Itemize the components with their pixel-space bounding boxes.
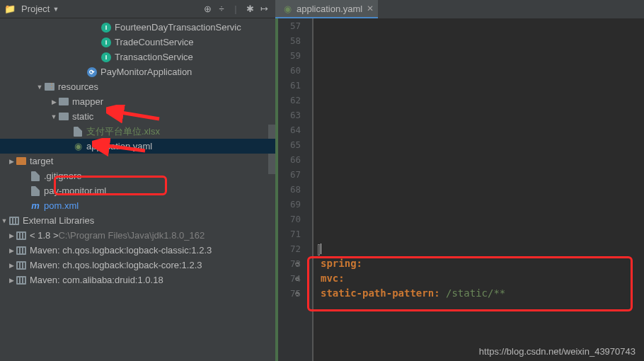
code-line[interactable]: mvc: xyxy=(321,271,644,286)
tree-item-label: TradeCountService xyxy=(115,37,194,47)
target-folder-icon xyxy=(16,156,27,167)
library-item[interactable]: ▶Maven: com.alibaba:druid:1.0.18 xyxy=(0,273,275,287)
library-icon xyxy=(16,245,27,256)
external-libraries[interactable]: ▼External Libraries xyxy=(0,213,275,228)
line-number[interactable]: 66 xyxy=(275,152,301,167)
code-line[interactable] xyxy=(321,63,644,78)
tree-item[interactable]: ▶.gitignore xyxy=(0,168,275,183)
line-number[interactable]: 64 xyxy=(275,122,301,137)
project-tree[interactable]: ▶IFourteenDayTransactionServic▶ITradeCou… xyxy=(0,18,275,361)
project-icon: 📁 xyxy=(4,4,16,15)
fold-handle-icon[interactable]: ⊖ xyxy=(295,286,299,301)
code-line[interactable] xyxy=(321,167,644,182)
code-line[interactable] xyxy=(321,93,644,108)
close-icon[interactable]: ✕ xyxy=(367,4,374,13)
tree-item-label: FourteenDayTransactionServic xyxy=(115,22,241,33)
tree-item[interactable]: ▶支付平台单位.xlsx xyxy=(0,124,275,139)
line-number[interactable]: 57 xyxy=(275,18,301,33)
tree-item[interactable]: ▼static xyxy=(0,109,275,124)
tree-item[interactable]: ▼resources xyxy=(0,79,275,94)
tree-item-label: pom.xml xyxy=(44,200,79,211)
tab-label: application.yaml xyxy=(297,4,362,14)
library-icon xyxy=(16,230,27,241)
code-line[interactable]: spring: xyxy=(321,256,644,271)
maven-icon: m xyxy=(30,200,41,212)
tab-application-yaml[interactable]: application.yaml ✕ xyxy=(275,0,378,18)
code-line[interactable] xyxy=(321,197,644,212)
code-line[interactable] xyxy=(321,108,644,122)
editor-tabbar: application.yaml ✕ xyxy=(275,0,644,18)
tree-item-label: Maven: com.alibaba:druid:1.0.18 xyxy=(30,275,163,285)
line-number[interactable]: 68 xyxy=(275,182,301,197)
line-number[interactable]: 75⊖ xyxy=(275,286,301,301)
code-line[interactable] xyxy=(321,137,644,152)
library-item[interactable]: ▶Maven: ch.qos.logback:logback-core:1.2.… xyxy=(0,258,275,273)
tree-item-label: 支付平台单位.xlsx xyxy=(86,125,160,138)
code-area[interactable]: spring: mvc: static-path-pattern: /stati… xyxy=(314,18,644,361)
caret-line-highlight xyxy=(318,244,320,256)
class-icon: ⟳ xyxy=(86,67,98,78)
line-number[interactable]: 69 xyxy=(275,197,301,212)
code-line[interactable] xyxy=(321,212,644,227)
line-number[interactable]: 70 xyxy=(275,212,301,227)
tree-item[interactable]: ▶target xyxy=(0,154,275,168)
line-number[interactable]: 73⊖ xyxy=(275,256,301,271)
line-number[interactable]: 62 xyxy=(275,93,301,108)
tree-item-label: External Libraries xyxy=(23,215,94,226)
tree-item[interactable]: ▶ITradeCountService xyxy=(0,35,275,50)
tree-item-label: static xyxy=(72,111,93,122)
line-number[interactable]: 60 xyxy=(275,63,301,78)
line-number[interactable]: 74⊖ xyxy=(275,271,301,286)
tree-item[interactable]: ▶pay-monitor.iml xyxy=(0,183,275,198)
fold-handle-icon[interactable]: ⊖ xyxy=(295,256,299,271)
line-number[interactable]: 61 xyxy=(275,78,301,93)
chevron-icon[interactable]: ▼ xyxy=(50,113,58,120)
tree-item[interactable]: ▶mapper xyxy=(0,94,275,109)
tree-item-label: .gitignore xyxy=(44,171,81,181)
interface-icon: I xyxy=(100,22,112,33)
tree-item[interactable]: ▶ITransactionService xyxy=(0,50,275,64)
locate-icon[interactable]: ⊕ xyxy=(200,2,214,16)
code-line[interactable] xyxy=(321,78,644,93)
line-number[interactable]: 71 xyxy=(275,227,301,241)
separator-icon: | xyxy=(229,2,243,16)
project-tool-window-button[interactable]: 📁 Project ▼ xyxy=(4,4,59,15)
code-line[interactable]: static-path-pattern: /static/** xyxy=(321,286,644,301)
code-line[interactable] xyxy=(321,152,644,167)
tree-item-label: < 1.8 > xyxy=(30,230,58,241)
line-number[interactable]: 63 xyxy=(275,108,301,122)
tree-item[interactable]: ▶⟳PayMonitorApplication xyxy=(0,64,275,79)
line-number[interactable]: 65 xyxy=(275,137,301,152)
fold-handle-icon[interactable]: ⊖ xyxy=(295,271,299,286)
tree-item-label: TransactionService xyxy=(115,52,193,62)
line-number[interactable]: 72 xyxy=(275,241,301,256)
code-line[interactable] xyxy=(321,122,644,137)
yaml-icon xyxy=(282,4,292,13)
vcs-change-marker xyxy=(275,18,278,361)
tree-item[interactable]: ▶mpom.xml xyxy=(0,198,275,213)
code-line[interactable] xyxy=(321,33,644,48)
yaml-icon xyxy=(72,141,84,152)
gear-icon[interactable]: ✱ xyxy=(243,2,257,16)
tree-item[interactable]: ▶application.yaml xyxy=(0,139,275,154)
code-line[interactable] xyxy=(321,18,644,33)
code-line[interactable] xyxy=(321,182,644,197)
collapse-icon[interactable]: ÷ xyxy=(214,2,229,16)
tree-item-label: Maven: ch.qos.logback:logback-core:1.2.3 xyxy=(30,260,202,270)
hide-icon[interactable]: ↦ xyxy=(257,2,271,16)
editor-body: 5758596061626364656667686970717273⊖74⊖75… xyxy=(275,18,644,361)
chevron-icon[interactable]: ▼ xyxy=(35,84,44,91)
code-line[interactable] xyxy=(321,48,644,63)
line-number[interactable]: 58 xyxy=(275,33,301,48)
line-number[interactable]: 59 xyxy=(275,48,301,63)
gutter[interactable]: 5758596061626364656667686970717273⊖74⊖75… xyxy=(275,18,314,361)
code-line[interactable] xyxy=(321,241,644,256)
chevron-icon[interactable]: ▶ xyxy=(7,158,16,165)
tree-item-label: Maven: ch.qos.logback:logback-classic:1.… xyxy=(30,245,212,256)
library-item[interactable]: ▶Maven: ch.qos.logback:logback-classic:1… xyxy=(0,243,275,258)
line-number[interactable]: 67 xyxy=(275,167,301,182)
code-line[interactable] xyxy=(321,227,644,241)
library-item[interactable]: ▶< 1.8 > C:\Program Files\Java\jdk1.8.0_… xyxy=(0,228,275,243)
tree-item[interactable]: ▶IFourteenDayTransactionServic xyxy=(0,20,275,35)
chevron-icon[interactable]: ▶ xyxy=(50,98,58,105)
